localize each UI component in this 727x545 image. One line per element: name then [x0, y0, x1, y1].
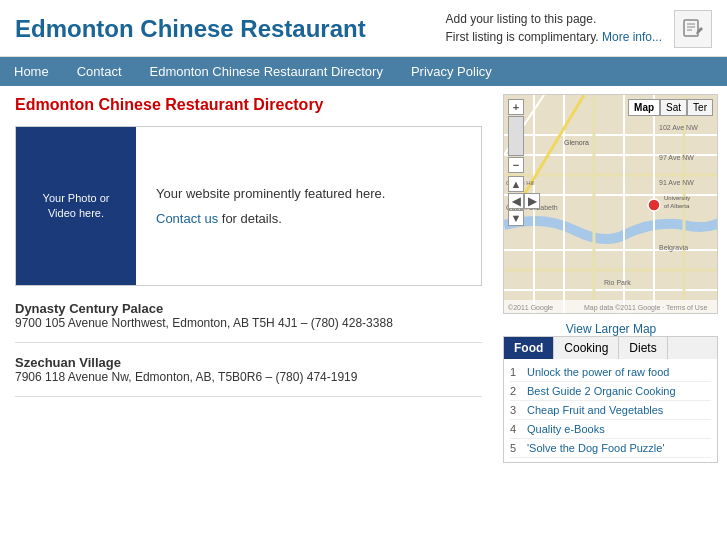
left-column: Edmonton Chinese Restaurant Directory Yo… — [0, 86, 497, 471]
right-column: 102 Ave NW 97 Ave NW 91 Ave NW Queen Eli… — [497, 86, 727, 471]
tab-item-2: 2 Best Guide 2 Organic Cooking — [510, 382, 711, 401]
photo-placeholder: Your Photo orVideo here. — [16, 127, 136, 285]
map-pan-down[interactable]: ▼ — [508, 210, 524, 226]
map-zoom-in[interactable]: + — [508, 99, 524, 115]
map-link-container: View Larger Map — [503, 322, 719, 336]
svg-text:97 Ave NW: 97 Ave NW — [659, 154, 694, 161]
map-pan-up[interactable]: ▲ — [508, 176, 524, 192]
edit-icon — [674, 10, 712, 48]
map-pan-left[interactable]: ◀ — [508, 193, 524, 209]
promo-text: Add your listing to this page. First lis… — [445, 10, 662, 46]
listing-2-name: Szechuan Village — [15, 355, 482, 370]
item-link-3[interactable]: Cheap Fruit and Vegetables — [527, 404, 663, 416]
listing-1-address: 9700 105 Avenue Northwest, Edmonton, AB … — [15, 316, 482, 330]
svg-text:University: University — [664, 195, 690, 201]
page-title: Edmonton Chinese Restaurant Directory — [15, 96, 482, 114]
svg-text:Map data ©2011 Google · Terms : Map data ©2011 Google · Terms of Use — [584, 304, 707, 312]
featured-contact-info: Contact us for details. — [156, 211, 385, 226]
listing-1: Dynasty Century Palace 9700 105 Avenue N… — [15, 301, 482, 343]
nav-contact[interactable]: Contact — [63, 57, 136, 86]
map-type-map[interactable]: Map — [628, 99, 660, 116]
svg-text:91 Ave NW: 91 Ave NW — [659, 179, 694, 186]
nav-privacy[interactable]: Privacy Policy — [397, 57, 506, 86]
listing-2-address: 7906 118 Avenue Nw, Edmonton, AB, T5B0R6… — [15, 370, 482, 384]
item-num-4: 4 — [510, 423, 522, 435]
item-num-2: 2 — [510, 385, 522, 397]
svg-text:Glenora: Glenora — [564, 139, 589, 146]
tabs-container: Food Cooking Diets 1 Unlock the power of… — [503, 336, 718, 463]
featured-listing-box: Your Photo orVideo here. Your website pr… — [15, 126, 482, 286]
listing-1-name: Dynasty Century Palace — [15, 301, 482, 316]
listing-2: Szechuan Village 7906 118 Avenue Nw, Edm… — [15, 355, 482, 397]
tab-item-4: 4 Quality e-Books — [510, 420, 711, 439]
svg-text:of Alberta: of Alberta — [664, 203, 690, 209]
tab-diets[interactable]: Diets — [619, 337, 667, 359]
item-link-1[interactable]: Unlock the power of raw food — [527, 366, 669, 378]
tab-item-1: 1 Unlock the power of raw food — [510, 363, 711, 382]
map-pan-right[interactable]: ▶ — [524, 193, 540, 209]
more-info-link[interactable]: More info... — [602, 30, 662, 44]
view-larger-map-link[interactable]: View Larger Map — [566, 322, 657, 336]
tab-food[interactable]: Food — [504, 337, 554, 359]
svg-text:102 Ave NW: 102 Ave NW — [659, 124, 698, 131]
map-zoom-slider — [508, 116, 524, 156]
tab-item-3: 3 Cheap Fruit and Vegetables — [510, 401, 711, 420]
promo-line1: Add your listing to this page. — [445, 12, 596, 26]
map-type-ter[interactable]: Ter — [687, 99, 713, 116]
map-controls: + − ▲ ◀ ▶ ▼ — [508, 99, 540, 226]
svg-text:Rio Park: Rio Park — [604, 279, 631, 286]
nav-directory[interactable]: Edmonton Chinese Restaurant Directory — [136, 57, 397, 86]
map-container: 102 Ave NW 97 Ave NW 91 Ave NW Queen Eli… — [503, 94, 718, 314]
featured-content: Your website prominently featured here. … — [136, 127, 405, 285]
main-content: Edmonton Chinese Restaurant Directory Yo… — [0, 86, 727, 471]
item-num-3: 3 — [510, 404, 522, 416]
svg-point-18 — [648, 199, 660, 211]
map-pan-lr: ◀ ▶ — [508, 193, 540, 209]
navbar: Home Contact Edmonton Chinese Restaurant… — [0, 57, 727, 86]
item-num-1: 1 — [510, 366, 522, 378]
contact-suffix: for details. — [218, 211, 282, 226]
item-link-5[interactable]: 'Solve the Dog Food Puzzle' — [527, 442, 665, 454]
svg-text:©2011 Google: ©2011 Google — [508, 304, 553, 312]
header-promo: Add your listing to this page. First lis… — [445, 10, 712, 48]
tab-cooking[interactable]: Cooking — [554, 337, 619, 359]
promo-line2: First listing is complimentary. — [445, 30, 598, 44]
contact-us-link[interactable]: Contact us — [156, 211, 218, 226]
svg-rect-0 — [684, 20, 698, 36]
tabs-header: Food Cooking Diets — [504, 337, 717, 359]
item-link-4[interactable]: Quality e-Books — [527, 423, 605, 435]
nav-home[interactable]: Home — [0, 57, 63, 86]
map-zoom-out[interactable]: − — [508, 157, 524, 173]
header: Edmonton Chinese Restaurant Add your lis… — [0, 0, 727, 57]
tabs-content: 1 Unlock the power of raw food 2 Best Gu… — [504, 359, 717, 462]
item-link-2[interactable]: Best Guide 2 Organic Cooking — [527, 385, 676, 397]
map-type-buttons: Map Sat Ter — [628, 99, 713, 116]
item-num-5: 5 — [510, 442, 522, 454]
site-title: Edmonton Chinese Restaurant — [15, 15, 366, 43]
photo-placeholder-text: Your Photo orVideo here. — [35, 183, 118, 230]
tab-item-5: 5 'Solve the Dog Food Puzzle' — [510, 439, 711, 458]
svg-text:Belgravia: Belgravia — [659, 244, 688, 252]
edit-svg-icon — [681, 17, 705, 41]
featured-description: Your website prominently featured here. — [156, 186, 385, 201]
header-logo: Edmonton Chinese Restaurant — [15, 15, 366, 43]
map-type-sat[interactable]: Sat — [660, 99, 687, 116]
